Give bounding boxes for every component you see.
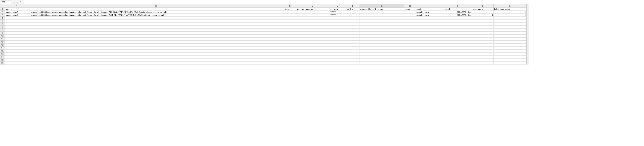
cell-H12[interactable] xyxy=(404,41,416,44)
name-box[interactable]: ▼ xyxy=(1,0,11,4)
cell-K18[interactable] xyxy=(472,59,494,62)
cell-B13[interactable] xyxy=(28,44,284,47)
cell-E2[interactable]: ******** xyxy=(329,11,346,14)
accept-icon[interactable]: ✓ xyxy=(16,1,18,4)
cell-H8[interactable] xyxy=(404,29,416,32)
cell-E6[interactable] xyxy=(329,23,346,26)
cell-G6[interactable] xyxy=(360,23,404,26)
cell-D16[interactable] xyxy=(296,53,329,56)
cell-J19[interactable] xyxy=(442,62,472,65)
cell-E7[interactable] xyxy=(329,26,346,29)
cell-D18[interactable] xyxy=(296,59,329,62)
cell-J7[interactable] xyxy=(442,26,472,29)
cell-G10[interactable] xyxy=(360,35,404,38)
cell-A9[interactable] xyxy=(5,32,28,35)
cell-K4[interactable] xyxy=(472,17,494,20)
cell-G16[interactable] xyxy=(360,53,404,56)
cell-A14[interactable] xyxy=(5,47,28,50)
cell-E10[interactable] xyxy=(329,35,346,38)
column-header-A[interactable]: A xyxy=(5,4,28,8)
cell-F18[interactable] xyxy=(346,59,360,62)
cell-J14[interactable] xyxy=(442,47,472,50)
cell-I16[interactable] xyxy=(416,53,442,56)
cell-C12[interactable] xyxy=(284,41,296,44)
cell-J1[interactable]: created xyxy=(442,8,472,11)
cell-I15[interactable] xyxy=(416,50,442,53)
cell-J17[interactable] xyxy=(442,56,472,59)
cell-C4[interactable] xyxy=(284,17,296,20)
row-header-13[interactable]: 13 xyxy=(0,44,5,47)
row-header-7[interactable]: 7 xyxy=(0,26,5,29)
cell-F12[interactable] xyxy=(346,41,360,44)
cell-L4[interactable] xyxy=(494,17,526,20)
cell-H14[interactable] xyxy=(404,47,416,50)
cell-F4[interactable] xyxy=(346,17,360,20)
cell-G15[interactable] xyxy=(360,50,404,53)
cell-A8[interactable] xyxy=(5,29,28,32)
row-header-17[interactable]: 17 xyxy=(0,56,5,59)
cell-A7[interactable] xyxy=(5,26,28,29)
cell-F10[interactable] xyxy=(346,35,360,38)
cell-K11[interactable] xyxy=(472,38,494,41)
row-header-1[interactable]: 1 xyxy=(0,8,5,11)
column-header-B[interactable]: B xyxy=(28,4,284,8)
row-header-8[interactable]: 8 xyxy=(0,29,5,32)
cell-C17[interactable] xyxy=(284,56,296,59)
cell-J4[interactable] xyxy=(442,17,472,20)
cell-E15[interactable] xyxy=(329,50,346,53)
cell-C3[interactable] xyxy=(284,14,296,17)
cell-L3[interactable]: 0 xyxy=(494,14,526,17)
cell-F7[interactable] xyxy=(346,26,360,29)
cell-F2[interactable] xyxy=(346,11,360,14)
cell-G8[interactable] xyxy=(360,29,404,32)
cell-L13[interactable] xyxy=(494,44,526,47)
cell-H11[interactable] xyxy=(404,38,416,41)
cell-B15[interactable] xyxy=(28,50,284,53)
cell-J15[interactable] xyxy=(442,50,472,53)
row-header-18[interactable]: 18 xyxy=(0,59,5,62)
column-header-E[interactable]: E xyxy=(329,4,346,8)
column-header-I[interactable]: I xyxy=(416,4,442,8)
formula-input[interactable] xyxy=(24,0,644,4)
cell-C2[interactable] xyxy=(284,11,296,14)
cell-L6[interactable] xyxy=(494,23,526,26)
cell-L12[interactable] xyxy=(494,41,526,44)
cell-F5[interactable] xyxy=(346,20,360,23)
cell-C6[interactable] xyxy=(284,23,296,26)
cell-J5[interactable] xyxy=(442,20,472,23)
cell-G19[interactable] xyxy=(360,62,404,65)
cell-J12[interactable] xyxy=(442,41,472,44)
cell-H15[interactable] xyxy=(404,50,416,53)
cell-E9[interactable] xyxy=(329,32,346,35)
cell-B8[interactable] xyxy=(28,29,284,32)
cell-K13[interactable] xyxy=(472,44,494,47)
cell-J2[interactable]: 2024/6/21 16:44 xyxy=(442,11,472,14)
cell-F6[interactable] xyxy=(346,23,360,26)
cell-D4[interactable] xyxy=(296,17,329,20)
cell-I17[interactable] xyxy=(416,56,442,59)
cell-C8[interactable] xyxy=(284,29,296,32)
cell-L7[interactable] xyxy=(494,26,526,29)
cell-J13[interactable] xyxy=(442,44,472,47)
cell-F15[interactable] xyxy=(346,50,360,53)
cell-K7[interactable] xyxy=(472,26,494,29)
cell-I13[interactable] xyxy=(416,44,442,47)
cell-C1[interactable]: close xyxy=(284,8,296,11)
cell-B17[interactable] xyxy=(28,56,284,59)
cell-L16[interactable] xyxy=(494,53,526,56)
cell-F13[interactable] xyxy=(346,44,360,47)
column-header-K[interactable]: K xyxy=(472,4,494,8)
cell-B3[interactable]: http://localhost:8080/webclass/ip_mods.p… xyxy=(28,14,284,17)
cell-J6[interactable] xyxy=(442,23,472,26)
cell-C15[interactable] xyxy=(284,50,296,53)
cell-E4[interactable] xyxy=(329,17,346,20)
cell-B11[interactable] xyxy=(28,38,284,41)
cell-D10[interactable] xyxy=(296,35,329,38)
cell-H6[interactable] xyxy=(404,23,416,26)
cell-F1[interactable]: card_id xyxy=(346,8,360,11)
cell-I8[interactable] xyxy=(416,29,442,32)
cell-I3[interactable]: sample_admin1 xyxy=(416,14,442,17)
cell-A2[interactable]: sample_user1 xyxy=(5,11,28,14)
cell-C11[interactable] xyxy=(284,38,296,41)
cell-L19[interactable] xyxy=(494,62,526,65)
